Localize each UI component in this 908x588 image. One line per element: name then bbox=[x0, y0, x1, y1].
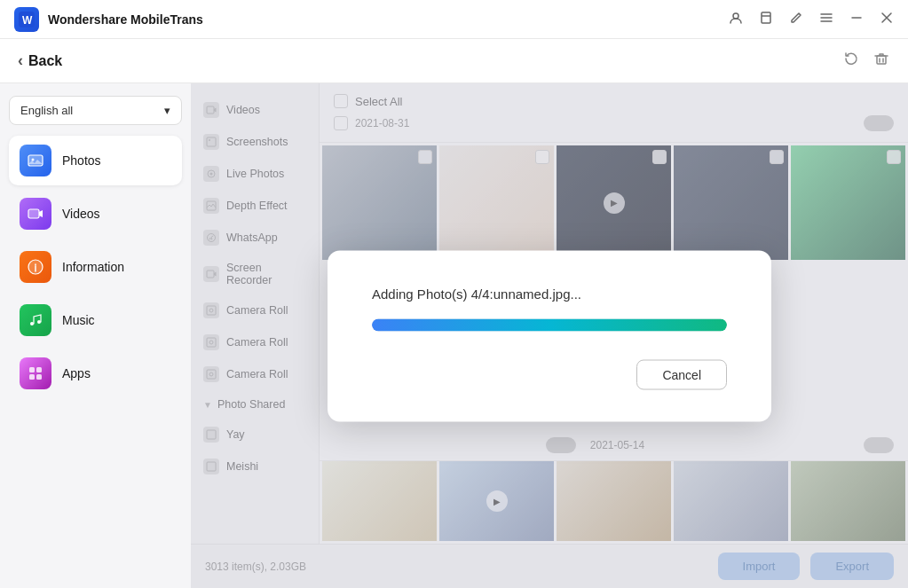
bookmark-icon[interactable] bbox=[759, 11, 773, 28]
svg-rect-7 bbox=[28, 209, 39, 218]
sidebar: English all ▾ Photos Videos bbox=[0, 83, 191, 588]
minimize-icon[interactable] bbox=[849, 11, 864, 28]
user-icon[interactable] bbox=[729, 11, 743, 28]
cancel-button[interactable]: Cancel bbox=[636, 359, 727, 389]
sidebar-label-information: Information bbox=[62, 260, 124, 274]
sidebar-item-information[interactable]: Information bbox=[9, 242, 182, 292]
progress-dialog: Adding Photo(s) 4/4:unnamed.jpg... Cance… bbox=[328, 250, 771, 421]
svg-rect-3 bbox=[762, 12, 770, 23]
back-button[interactable]: ‹ Back bbox=[18, 51, 62, 70]
svg-rect-13 bbox=[29, 374, 35, 380]
svg-rect-5 bbox=[28, 155, 43, 166]
svg-rect-4 bbox=[877, 56, 886, 64]
sidebar-label-apps: Apps bbox=[62, 366, 91, 380]
sidebar-item-videos[interactable]: Videos bbox=[9, 189, 182, 239]
sidebar-label-music: Music bbox=[62, 313, 95, 327]
sidebar-item-photos[interactable]: Photos bbox=[9, 136, 182, 185]
title-bar-left: W Wondershare MobileTrans bbox=[14, 7, 203, 32]
sidebar-label-videos: Videos bbox=[62, 207, 100, 221]
apps-icon bbox=[20, 357, 51, 389]
nav-bar: ‹ Back bbox=[0, 39, 908, 83]
restore-icon[interactable] bbox=[842, 50, 860, 72]
title-bar-controls bbox=[729, 11, 894, 28]
sidebar-label-photos: Photos bbox=[62, 153, 101, 168]
back-arrow-icon: ‹ bbox=[18, 51, 23, 70]
svg-rect-14 bbox=[36, 374, 42, 380]
menu-icon[interactable] bbox=[819, 11, 833, 28]
progress-bar-bg bbox=[372, 318, 727, 331]
app-title: Wondershare MobileTrans bbox=[48, 12, 203, 27]
close-icon[interactable] bbox=[880, 11, 894, 28]
svg-point-2 bbox=[733, 13, 738, 19]
title-bar: W Wondershare MobileTrans bbox=[0, 0, 908, 39]
progress-bar-fill bbox=[372, 318, 727, 331]
sidebar-item-apps[interactable]: Apps bbox=[9, 349, 182, 398]
photos-icon bbox=[20, 145, 51, 176]
back-label: Back bbox=[28, 53, 62, 69]
content-area: Videos Screenshots bbox=[191, 83, 908, 588]
main-layout: English all ▾ Photos Videos bbox=[0, 83, 908, 588]
music-icon bbox=[20, 304, 51, 336]
svg-point-10 bbox=[37, 320, 41, 324]
dialog-actions: Cancel bbox=[372, 359, 727, 389]
language-dropdown-label: English all bbox=[20, 104, 73, 117]
nav-actions bbox=[842, 50, 890, 72]
videos-icon bbox=[20, 198, 51, 230]
svg-rect-11 bbox=[29, 367, 35, 372]
app-icon: W bbox=[14, 7, 39, 32]
svg-point-9 bbox=[30, 322, 34, 325]
edit-icon[interactable] bbox=[789, 11, 803, 28]
svg-text:W: W bbox=[22, 14, 33, 27]
sidebar-item-music[interactable]: Music bbox=[9, 295, 182, 345]
chevron-down-icon: ▾ bbox=[164, 104, 170, 117]
language-dropdown[interactable]: English all ▾ bbox=[9, 96, 182, 125]
information-icon bbox=[20, 251, 51, 283]
dialog-message: Adding Photo(s) 4/4:unnamed.jpg... bbox=[372, 286, 727, 301]
svg-rect-12 bbox=[36, 367, 42, 372]
delete-icon[interactable] bbox=[872, 50, 890, 72]
